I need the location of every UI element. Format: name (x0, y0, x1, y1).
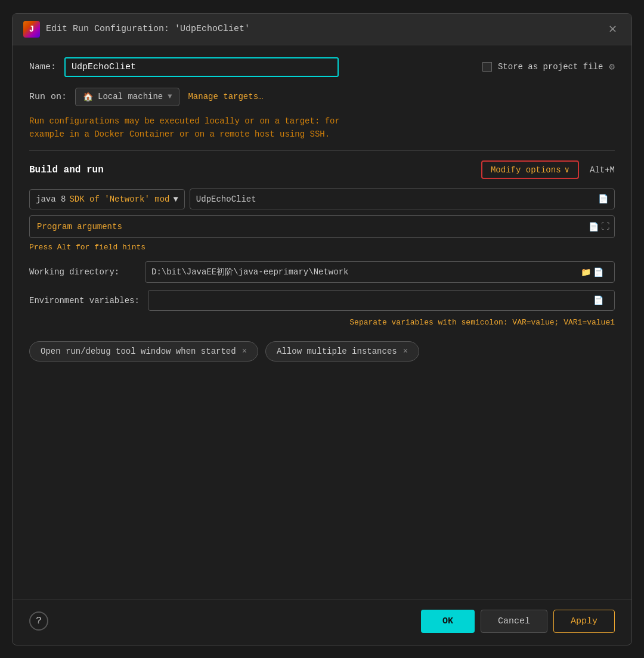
program-args-label[interactable]: Program arguments (30, 216, 584, 237)
dialog-title: Edit Run Configuration: 'UdpEchoCliet' (46, 24, 250, 34)
working-dir-label: Working directory: (29, 267, 137, 277)
app-icon: J (23, 21, 40, 38)
name-left: Name: (29, 57, 482, 77)
home-icon: 🏠 (83, 92, 93, 102)
chip-multiple-instances-label: Allow multiple instances (277, 347, 397, 356)
run-on-row: Run on: 🏠 Local machine ▼ Manage targets… (29, 88, 615, 106)
sdk-row: java 8 SDK of 'Network' mod ▼ UdpEchoCli… (29, 189, 615, 209)
env-vars-field[interactable]: 📄 (148, 290, 615, 311)
name-right: Store as project file ⚙ (482, 61, 615, 73)
modify-options-area: Modify options ∨ Alt+M (481, 160, 615, 179)
chip-run-debug-label: Open run/debug tool window when started (41, 347, 236, 356)
dialog-window: J Edit Run Configuration: 'UdpEchoCliet'… (12, 13, 632, 645)
working-dir-row: Working directory: D:\bit\JavaEE初阶\java-… (29, 261, 615, 283)
env-vars-row: Environment variables: 📄 (29, 290, 615, 311)
local-machine-dropdown[interactable]: 🏠 Local machine ▼ (75, 88, 179, 106)
chip-run-debug-tool: Open run/debug tool window when started … (29, 341, 258, 362)
sdk-dropdown-arrow: ▼ (173, 194, 178, 204)
program-args-icons: 📄 ⛶ (584, 222, 614, 232)
chip-run-debug-close[interactable]: × (242, 347, 247, 356)
build-run-title: Build and run (29, 165, 104, 175)
dropdown-arrow: ▼ (168, 92, 172, 101)
dialog-body: Name: Store as project file ⚙ Run on: 🏠 … (13, 45, 631, 600)
apply-button[interactable]: Apply (553, 610, 615, 633)
main-class-value: UdpEchoCliet (196, 194, 256, 204)
sdk-dropdown-button[interactable]: java 8 SDK of 'Network' mod ▼ (29, 189, 185, 209)
manage-targets-link[interactable]: Manage targets… (188, 92, 263, 101)
working-dir-icons: 📁 📄 (576, 267, 608, 277)
java-label: java 8 (36, 194, 66, 204)
store-as-project-checkbox[interactable] (482, 62, 492, 72)
chip-multiple-instances: Allow multiple instances × (265, 341, 419, 362)
env-hint: Separate variables with semicolon: VAR=v… (29, 318, 615, 327)
field-hints: Press Alt for field hints (29, 243, 615, 252)
program-args-expand-icon[interactable]: ⛶ (601, 222, 609, 231)
working-dir-folder-icon[interactable]: 📁 (581, 267, 591, 277)
program-args-row: Program arguments 📄 ⛶ (29, 215, 615, 238)
modify-options-label: Modify options (491, 165, 561, 175)
env-vars-label: Environment variables: (29, 296, 140, 305)
store-as-project-label: Store as project file (498, 62, 603, 72)
modify-options-button[interactable]: Modify options ∨ (481, 160, 579, 179)
chip-multiple-instances-close[interactable]: × (403, 347, 408, 356)
main-class-edit-icon[interactable]: 📄 (598, 194, 608, 204)
local-machine-label: Local machine (98, 92, 163, 101)
name-label: Name: (29, 62, 56, 72)
program-args-edit-icon[interactable]: 📄 (589, 222, 599, 232)
build-run-header: Build and run Modify options ∨ Alt+M (29, 160, 615, 179)
sdk-detail: SDK of 'Network' mod (69, 194, 169, 204)
working-dir-field[interactable]: D:\bit\JavaEE初阶\java-eeprimary\Network 📁… (145, 261, 615, 283)
gear-icon[interactable]: ⚙ (609, 61, 615, 73)
title-bar: J Edit Run Configuration: 'UdpEchoCliet'… (13, 14, 631, 45)
env-vars-edit-icon[interactable]: 📄 (593, 295, 603, 305)
env-vars-icons: 📄 (589, 295, 608, 305)
section-divider (29, 150, 615, 151)
working-dir-edit-icon[interactable]: 📄 (593, 267, 603, 277)
help-button[interactable]: ? (29, 611, 48, 631)
close-button[interactable]: ✕ (605, 23, 621, 36)
main-class-field[interactable]: UdpEchoCliet 📄 (190, 189, 615, 209)
cancel-button[interactable]: Cancel (481, 610, 547, 633)
ok-button[interactable]: OK (421, 610, 475, 633)
alt-m-hint: Alt+M (590, 165, 615, 175)
chips-row: Open run/debug tool window when started … (29, 341, 615, 362)
working-dir-value: D:\bit\JavaEE初阶\java-eeprimary\Network (151, 267, 576, 277)
run-on-label: Run on: (29, 92, 67, 102)
name-input[interactable] (64, 57, 339, 77)
footer-buttons: OK Cancel Apply (421, 610, 615, 633)
title-bar-left: J Edit Run Configuration: 'UdpEchoCliet' (23, 21, 250, 38)
run-on-info: Run configurations may be executed local… (29, 115, 615, 141)
modify-options-arrow: ∨ (565, 165, 569, 175)
name-row: Name: Store as project file ⚙ (29, 57, 615, 77)
dialog-footer: ? OK Cancel Apply (13, 600, 631, 645)
